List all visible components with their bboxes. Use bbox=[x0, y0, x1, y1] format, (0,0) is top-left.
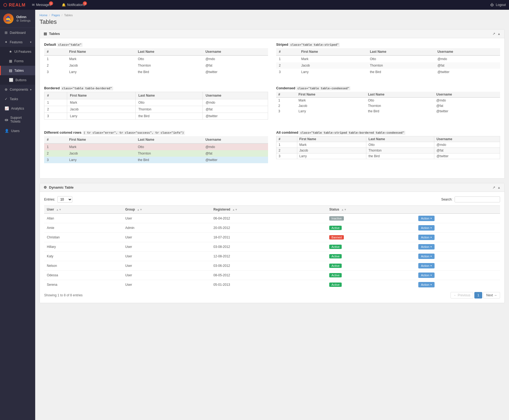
table-row: 3Larrythe Bird@twitter bbox=[276, 153, 500, 159]
action-button[interactable]: Action ▾ bbox=[418, 225, 435, 231]
col-lastname: Last Name bbox=[135, 48, 203, 55]
combined-table: # First Name Last Name Username 1MarkOtt… bbox=[276, 136, 500, 159]
action-button[interactable]: Action ▾ bbox=[418, 216, 435, 221]
col-username: Username bbox=[203, 136, 268, 143]
entries-select[interactable]: 10 25 50 100 bbox=[57, 196, 72, 203]
envelope-icon: ✉ bbox=[32, 3, 35, 7]
tables-row-1: Default class="table" # First Name Last … bbox=[44, 42, 500, 81]
cell-group: Admin bbox=[122, 223, 211, 233]
table-row: Amie Admin 20-05-2012 Active Action ▾ bbox=[44, 223, 500, 233]
table-row: 1MarkOtto@mdo bbox=[44, 99, 268, 106]
sidebar-item-analytics[interactable]: 📈 Analytics bbox=[0, 104, 35, 113]
col-num: # bbox=[276, 92, 296, 97]
action-button[interactable]: Action ▾ bbox=[418, 244, 435, 250]
breadcrumb-pages[interactable]: Pages bbox=[51, 14, 60, 17]
sidebar-item-support[interactable]: 🎟 Support Tickets bbox=[0, 113, 35, 126]
cell-status: Active bbox=[327, 271, 416, 280]
sidebar-settings-link[interactable]: ⚙ Settings bbox=[16, 19, 31, 22]
bordered-table: # First Name Last Name Username 1MarkOtt… bbox=[44, 92, 268, 120]
nav-label: Tasks bbox=[10, 97, 18, 101]
dynamic-panel-body: Entries: 10 25 50 100 Search: bbox=[40, 192, 504, 303]
bordered-table-title: Bordered class="table table-bordered" bbox=[44, 86, 268, 90]
cell-user: Odessa bbox=[44, 271, 122, 280]
table-row: 2JacobThornton@fat bbox=[44, 106, 268, 113]
logout-button[interactable]: ⏻ Logout bbox=[490, 3, 506, 7]
collapse-icon[interactable]: ▲ bbox=[497, 186, 501, 189]
expand-icon[interactable]: ↗ bbox=[492, 32, 495, 36]
nav-label: Buttons bbox=[15, 78, 27, 82]
tables-row-2: Bordered class="table table-bordered" # … bbox=[44, 86, 500, 125]
sort-icon: ▲▼ bbox=[341, 208, 347, 211]
col-user[interactable]: User ▲▼ bbox=[44, 206, 122, 214]
cell-action: Action ▾ bbox=[416, 271, 500, 280]
next-page-button[interactable]: Next → bbox=[483, 292, 500, 298]
cell-status: Active bbox=[327, 252, 416, 261]
sidebar-item-components[interactable]: ⊕ Components ▸ bbox=[0, 85, 35, 94]
sidebar-item-tasks[interactable]: ✓ Tasks bbox=[0, 94, 35, 104]
col-registered[interactable]: Registered ▲▼ bbox=[211, 206, 327, 214]
breadcrumb-home[interactable]: Home bbox=[40, 14, 47, 17]
col-group[interactable]: Group ▲▼ bbox=[122, 206, 211, 214]
collapse-icon[interactable]: ▲ bbox=[497, 32, 501, 36]
condensed-table: # First Name Last Name Username 1MarkOtt… bbox=[276, 92, 500, 114]
status-badge: Active bbox=[329, 254, 342, 258]
col-firstname: First Name bbox=[67, 136, 135, 143]
table-row: 1MarkOtto@mdo bbox=[276, 142, 500, 148]
page-title: Tables bbox=[40, 18, 505, 25]
sidebar-item-buttons[interactable]: ⬜ Buttons bbox=[0, 75, 35, 85]
combined-table-section: All combined class="table table-striped … bbox=[276, 130, 500, 163]
action-button[interactable]: Action ▾ bbox=[418, 263, 435, 268]
table-row: 3Larrythe Bird@twitter bbox=[44, 157, 268, 163]
cell-status: Active bbox=[327, 280, 416, 290]
logout-label: Logout bbox=[496, 3, 506, 7]
messages-badge: 2 bbox=[49, 1, 53, 5]
cell-action: Action ▾ bbox=[416, 214, 500, 223]
page-1-button[interactable]: 1 bbox=[474, 292, 482, 298]
dynamic-table-panel: ⚙ Dynamic Table ↗ ▲ Entries: 10 25 50 bbox=[40, 183, 505, 303]
col-firstname: First Name bbox=[67, 48, 135, 55]
status-badge: Inactive bbox=[329, 216, 344, 221]
sidebar-item-dashboard[interactable]: ⊞ Dashboard bbox=[0, 28, 35, 37]
action-button[interactable]: Action ▾ bbox=[418, 235, 435, 240]
col-username: Username bbox=[434, 136, 500, 142]
tables-panel-title: Tables bbox=[49, 32, 60, 36]
analytics-icon: 📈 bbox=[5, 106, 9, 110]
action-button[interactable]: Action ▾ bbox=[418, 254, 435, 259]
combined-table-title: All combined class="table table-striped … bbox=[276, 130, 500, 134]
sidebar-item-users[interactable]: 👤 Users bbox=[0, 126, 35, 136]
sort-icon: ▲▼ bbox=[56, 208, 61, 211]
col-firstname: First Name bbox=[297, 136, 366, 142]
expand-icon[interactable]: ↗ bbox=[492, 186, 495, 189]
action-button[interactable]: Action ▾ bbox=[418, 273, 435, 278]
notifications-nav-item[interactable]: 🔔 Notifications 3 bbox=[62, 3, 85, 7]
table-panel-icon: ▤ bbox=[44, 32, 47, 36]
chevron-down-icon: ▾ bbox=[30, 41, 31, 44]
notifications-badge: 3 bbox=[83, 1, 87, 5]
table-row: 2JacobThornton@fat bbox=[44, 150, 268, 157]
table-row: 1MarkOtto@mdo bbox=[44, 143, 268, 150]
action-button[interactable]: Action ▾ bbox=[418, 282, 435, 287]
prev-page-button[interactable]: ← Previous bbox=[451, 292, 473, 298]
sidebar-item-ui-features[interactable]: ★ UI Features bbox=[0, 47, 35, 56]
breadcrumb: Home / Pages / Tables bbox=[40, 14, 505, 17]
table-header-row: # First Name Last Name Username bbox=[276, 92, 500, 97]
cell-user: Nelson bbox=[44, 261, 122, 271]
star-icon: ★ bbox=[9, 50, 12, 54]
messages-nav-item[interactable]: ✉ Messages 2 bbox=[32, 3, 51, 7]
dynamic-panel-title: Dynamic Table bbox=[49, 185, 74, 189]
cell-action: Action ▾ bbox=[416, 233, 500, 242]
cell-group: User bbox=[122, 242, 211, 252]
status-badge: Active bbox=[329, 264, 342, 268]
status-badge: Active bbox=[329, 226, 342, 230]
search-input[interactable] bbox=[455, 196, 500, 202]
nav-label: Support Tickets bbox=[10, 116, 31, 123]
col-status[interactable]: Status ▲▼ bbox=[327, 206, 416, 214]
messages-label: Messages bbox=[36, 3, 51, 7]
sidebar-item-forms[interactable]: ▦ Forms bbox=[0, 56, 35, 66]
nav-label: Components bbox=[10, 88, 28, 91]
tables-panel: ▤ Tables ↗ ▲ Default class="table" bbox=[40, 29, 505, 179]
user-info: Odinn ⚙ Settings bbox=[16, 15, 31, 22]
entries-label: Entries: bbox=[44, 198, 55, 201]
sidebar-item-features[interactable]: ✦ Features ▾ bbox=[0, 37, 35, 47]
sidebar-item-tables[interactable]: ▤ Tables bbox=[0, 66, 35, 75]
